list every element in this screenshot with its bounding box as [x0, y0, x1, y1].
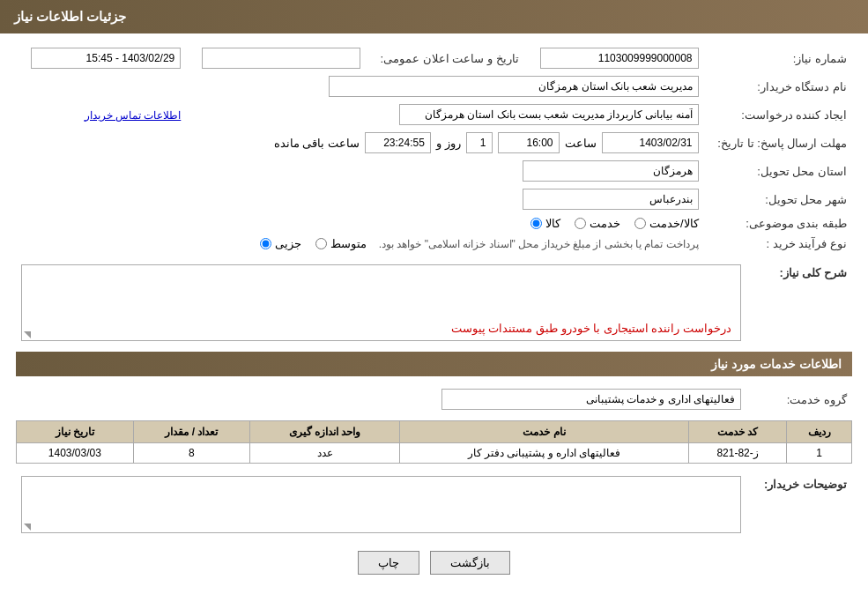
- remaining-days-input: [466, 132, 493, 153]
- buyer-notes-table: توضیحات خریدار:: [16, 472, 852, 537]
- radio-motawaset: متوسط: [315, 237, 367, 250]
- page-header: جزئیات اطلاعات نیاز: [0, 0, 868, 33]
- deadline-date-input: [602, 132, 699, 153]
- row-province: استان محل تحویل:: [16, 157, 852, 185]
- deadline-time-label: ساعت: [565, 137, 597, 150]
- resize-handle-notes: [24, 524, 31, 531]
- description-value: درخواست راننده استیجاری با خودرو طبق مست…: [26, 320, 737, 337]
- cell-row: 1: [787, 443, 852, 464]
- radio-khadamat-input[interactable]: [575, 218, 586, 229]
- contact-link[interactable]: اطلاعات تماس خریدار: [85, 109, 182, 122]
- radio-kala-khadamat-input[interactable]: [634, 218, 646, 229]
- radio-kala: کالا: [530, 217, 560, 230]
- radio-kala-khadamat: کالا/خدمت: [634, 217, 699, 230]
- row-buyer-notes: توضیحات خریدار:: [16, 472, 852, 537]
- row-category: طبقه بندی موضوعی: کالا/خدمت خدمت کالا: [16, 213, 852, 234]
- radio-khadamat-label: خدمت: [590, 217, 620, 230]
- row-buyer-org: نام دستگاه خریدار:: [16, 72, 852, 100]
- creator-label: ایجاد کننده درخواست:: [704, 100, 852, 129]
- city-input: [523, 189, 699, 210]
- category-radio-group: کالا/خدمت خدمت کالا: [21, 217, 699, 230]
- service-group-input: [441, 389, 741, 410]
- services-table: ردیف کد خدمت نام خدمت واحد اندازه گیری ت…: [16, 420, 852, 464]
- row-creator: ایجاد کننده درخواست: اطلاعات تماس خریدار: [16, 100, 852, 129]
- announce-datetime-input: [202, 48, 360, 69]
- info-table: شماره نیاز: تاریخ و ساعت اعلان عمومی: نا…: [16, 44, 852, 254]
- remaining-suffix: ساعت باقی مانده: [274, 137, 360, 150]
- radio-kala-khadamat-label: کالا/خدمت: [649, 217, 699, 230]
- cell-code: ز-82-821: [689, 443, 787, 464]
- buyer-notes-label: توضیحات خریدار:: [746, 472, 852, 537]
- row-need-number: شماره نیاز: تاریخ و ساعت اعلان عمومی:: [16, 44, 852, 72]
- col-header-name: نام خدمت: [400, 421, 689, 443]
- main-content: شماره نیاز: تاریخ و ساعت اعلان عمومی: نا…: [0, 33, 868, 596]
- page-title: جزئیات اطلاعات نیاز: [14, 9, 126, 24]
- buyer-org-input: [329, 76, 699, 97]
- back-button[interactable]: بازگشت: [430, 551, 510, 575]
- cell-name: فعالیتهای اداره و پشتیبانی دفتر کار: [400, 443, 689, 464]
- deadline-label: مهلت ارسال پاسخ: تا تاریخ:: [704, 129, 852, 157]
- row-city: شهر محل تحویل:: [16, 185, 852, 213]
- description-container: درخواست راننده استیجاری با خودرو طبق مست…: [21, 264, 741, 341]
- need-number-cell: [524, 44, 704, 72]
- announce-datetime-label: تاریخ و ساعت اعلان عمومی:: [366, 44, 524, 72]
- col-header-qty: تعداد / مقدار: [133, 421, 250, 443]
- creator-input: [399, 104, 699, 125]
- radio-jozee-input[interactable]: [260, 238, 271, 249]
- col-header-date: تاریخ نیاز: [17, 421, 134, 443]
- process-radio-group: متوسط جزیی: [260, 237, 367, 250]
- announce-datetime-value-input: [31, 48, 181, 69]
- description-label: شرح کلی نیاز:: [746, 261, 852, 345]
- radio-jozee: جزیی: [260, 237, 301, 250]
- service-group-label: گروه خدمت:: [746, 385, 852, 413]
- table-header-row: ردیف کد خدمت نام خدمت واحد اندازه گیری ت…: [17, 421, 852, 443]
- process-type-row: پرداخت تمام یا بخشی از مبلغ خریداز محل "…: [21, 237, 699, 250]
- row-description: شرح کلی نیاز: درخواست راننده استیجاری با…: [16, 261, 852, 345]
- cell-date: 1403/03/03: [17, 443, 134, 464]
- province-input: [523, 160, 699, 182]
- services-section-header: اطلاعات خدمات مورد نیاز: [16, 352, 852, 376]
- need-number-input[interactable]: [540, 48, 699, 69]
- buyer-notes-textarea[interactable]: [26, 480, 737, 531]
- announce-datetime-cell: [186, 44, 366, 72]
- radio-kala-input[interactable]: [530, 218, 542, 229]
- col-header-code: کد خدمت: [689, 421, 787, 443]
- col-header-row: ردیف: [787, 421, 852, 443]
- cell-qty: 8: [133, 443, 250, 464]
- row-service-group: گروه خدمت:: [16, 385, 852, 413]
- remaining-time-input: [365, 132, 431, 153]
- deadline-time-input: [498, 132, 560, 153]
- province-label: استان محل تحویل:: [704, 157, 852, 185]
- page-wrapper: جزئیات اطلاعات نیاز شماره نیاز: تاریخ و …: [0, 0, 868, 609]
- process-note: پرداخت تمام یا بخشی از مبلغ خریداز محل "…: [379, 238, 699, 250]
- description-textarea[interactable]: [26, 269, 737, 317]
- process-type-label: نوع فرآیند خرید :: [704, 234, 852, 254]
- remaining-days-label: روز و: [436, 137, 461, 150]
- creator-cell: [186, 100, 703, 129]
- radio-motawaset-label: متوسط: [330, 237, 367, 250]
- buyer-org-cell: [16, 72, 704, 100]
- buyer-org-label: نام دستگاه خریدار:: [704, 72, 852, 100]
- row-deadline: مهلت ارسال پاسخ: تا تاریخ: ساعت روز و سا…: [16, 129, 852, 157]
- city-label: شهر محل تحویل:: [704, 185, 852, 213]
- cell-unit: عدد: [250, 443, 400, 464]
- print-button[interactable]: چاپ: [358, 551, 419, 575]
- radio-jozee-label: جزیی: [275, 237, 301, 250]
- services-section-label: اطلاعات خدمات مورد نیاز: [711, 357, 842, 371]
- need-number-label: شماره نیاز:: [704, 44, 852, 72]
- radio-motawaset-input[interactable]: [315, 238, 327, 249]
- buyer-notes-container: [21, 476, 741, 533]
- row-process-type: نوع فرآیند خرید : پرداخت تمام یا بخشی از…: [16, 234, 852, 254]
- service-group-table: گروه خدمت:: [16, 385, 852, 413]
- resize-handle: [24, 331, 31, 338]
- description-table: شرح کلی نیاز: درخواست راننده استیجاری با…: [16, 261, 852, 345]
- deadline-row: ساعت روز و ساعت باقی مانده: [21, 132, 699, 153]
- button-wrapper: بازگشت چاپ: [16, 551, 852, 575]
- radio-khadamat: خدمت: [575, 217, 620, 230]
- col-header-unit: واحد اندازه گیری: [250, 421, 400, 443]
- radio-kala-label: کالا: [545, 217, 560, 230]
- table-row: 1 ز-82-821 فعالیتهای اداره و پشتیبانی دف…: [17, 443, 852, 464]
- category-label: طبقه بندی موضوعی:: [704, 213, 852, 234]
